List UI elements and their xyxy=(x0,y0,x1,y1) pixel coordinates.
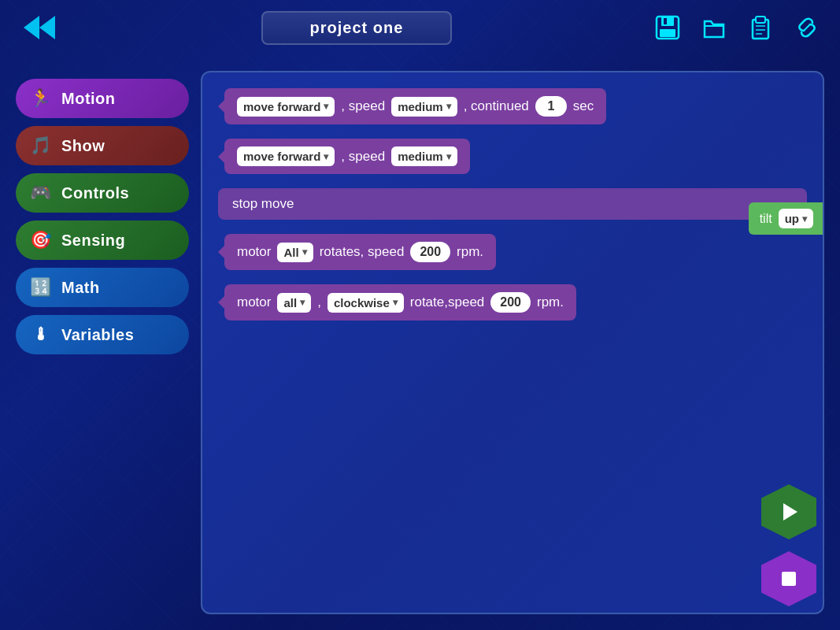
paste-button[interactable] xyxy=(743,10,778,45)
math-icon: 🔢 xyxy=(30,277,52,298)
block-text-2: , continued xyxy=(464,98,529,114)
project-title: project one xyxy=(261,11,453,45)
sensing-icon: 🎯 xyxy=(30,230,52,250)
stop-button[interactable] xyxy=(761,551,816,606)
play-button[interactable] xyxy=(761,484,816,539)
tilt-direction-dropdown[interactable]: up xyxy=(779,209,813,228)
move-direction-dropdown-1[interactable]: move forward xyxy=(237,97,335,117)
motor-text-2: motor xyxy=(237,295,271,310)
block-text-3: sec xyxy=(573,98,594,114)
sidebar: 🏃 Motion 🎵 Show 🎮 Controls 🎯 Sensing 🔢 M… xyxy=(16,71,189,614)
variables-icon: 🌡 xyxy=(30,324,52,345)
sidebar-item-math[interactable]: 🔢 Math xyxy=(16,268,189,307)
code-block-4[interactable]: motor All rotates, speed 200 rpm. xyxy=(224,234,496,270)
svg-marker-0 xyxy=(24,16,39,39)
move-direction-dropdown-2[interactable]: move forward xyxy=(237,146,335,166)
block-text-1: , speed xyxy=(341,98,385,114)
code-block-1[interactable]: move forward , speed medium , continued … xyxy=(224,88,606,124)
direction-dropdown[interactable]: clockwise xyxy=(327,293,404,313)
comma-text: , xyxy=(317,295,321,310)
svg-rect-4 xyxy=(660,29,675,37)
code-workspace: move forward , speed medium , continued … xyxy=(201,71,824,614)
svg-marker-1 xyxy=(39,16,55,39)
sidebar-item-variables[interactable]: 🌡 Variables xyxy=(16,315,189,354)
code-block-2[interactable]: move forward , speed medium xyxy=(224,139,470,174)
show-icon: 🎵 xyxy=(30,135,52,156)
block-text-4: , speed xyxy=(341,149,385,165)
svg-marker-12 xyxy=(783,503,797,521)
sidebar-item-sensing[interactable]: 🎯 Sensing xyxy=(16,220,189,260)
tilt-block[interactable]: tilt up xyxy=(749,202,824,235)
motor-text-1: motor xyxy=(237,244,271,260)
rotate-text: rotate,speed xyxy=(410,295,485,310)
code-block-5[interactable]: motor all , clockwise rotate,speed 200 r… xyxy=(224,284,576,321)
header-toolbar xyxy=(650,10,824,45)
rpm-text-1: rpm. xyxy=(457,244,483,260)
action-buttons xyxy=(761,484,816,606)
svg-rect-13 xyxy=(782,572,796,586)
time-value-1[interactable]: 1 xyxy=(535,96,567,117)
code-block-3[interactable]: stop move xyxy=(218,188,807,220)
header: project one xyxy=(0,0,840,55)
controls-icon: 🎮 xyxy=(30,183,52,203)
rotates-text: rotates, speed xyxy=(320,244,405,260)
motor-select-1[interactable]: All xyxy=(277,243,313,262)
sidebar-item-controls[interactable]: 🎮 Controls xyxy=(16,173,189,213)
sidebar-item-show[interactable]: 🎵 Show xyxy=(16,126,189,165)
speed-dropdown-2[interactable]: medium xyxy=(391,146,457,166)
sidebar-item-motion[interactable]: 🏃 Motion xyxy=(16,79,189,118)
main-content: 🏃 Motion 🎵 Show 🎮 Controls 🎯 Sensing 🔢 M… xyxy=(0,55,840,630)
svg-rect-7 xyxy=(756,17,765,23)
tilt-label: tilt xyxy=(760,212,772,226)
rpm-value-2[interactable]: 200 xyxy=(490,292,531,313)
motor-select-2[interactable]: all xyxy=(277,293,311,313)
svg-rect-3 xyxy=(661,17,674,26)
stop-text: stop move xyxy=(232,196,294,212)
rpm-value-1[interactable]: 200 xyxy=(410,242,450,262)
motion-icon: 🏃 xyxy=(30,88,52,109)
svg-rect-5 xyxy=(664,18,667,24)
rpm-text-2: rpm. xyxy=(537,295,564,310)
back-button[interactable] xyxy=(16,8,63,47)
speed-dropdown-1[interactable]: medium xyxy=(391,97,457,117)
svg-line-11 xyxy=(804,24,810,31)
save-button[interactable] xyxy=(650,10,685,45)
link-button[interactable] xyxy=(790,10,824,45)
open-button[interactable] xyxy=(697,10,731,45)
